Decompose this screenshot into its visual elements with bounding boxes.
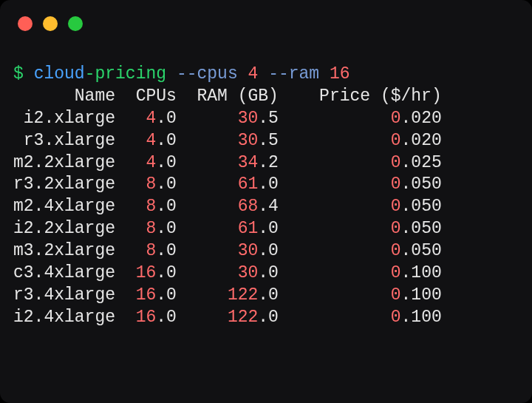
cell-cpus: 16.0 — [136, 308, 177, 327]
cell-cpus: 8.0 — [146, 197, 176, 216]
cell-ram: 30.5 — [238, 109, 279, 128]
cell-name: m3.2xlarge — [13, 241, 115, 260]
cell-price: 0.050 — [391, 219, 442, 238]
table-header-row: Name CPUs RAM (GB) Price ($/hr) — [13, 86, 519, 108]
prompt-symbol: $ — [13, 64, 24, 84]
command-arg-value: 4 — [248, 64, 259, 84]
cell-ram: 61.0 — [238, 175, 279, 194]
cell-name: r3.4xlarge — [13, 285, 115, 305]
command-name: cloud-pricing — [34, 64, 166, 84]
col-header-price: Price ($/hr) — [279, 87, 442, 106]
command-arg-value: 16 — [330, 64, 350, 84]
table-row: i2.xlarge 4.0 30.5 0.020 — [13, 108, 519, 130]
window-traffic-lights — [18, 16, 83, 31]
cell-price: 0.100 — [391, 285, 442, 305]
cell-ram: 30.0 — [238, 263, 279, 282]
table-row: m2.4xlarge 8.0 68.4 0.050 — [13, 196, 519, 218]
col-header-name: Name — [13, 87, 115, 106]
cell-name: i2.xlarge — [13, 109, 115, 128]
terminal-window: $ cloud-pricing --cpus 4 --ram 16 Name C… — [0, 0, 532, 403]
cell-name: i2.4xlarge — [13, 308, 115, 327]
cell-name: m2.4xlarge — [13, 197, 115, 216]
cell-name: c3.4xlarge — [13, 263, 115, 282]
cell-name: r3.xlarge — [13, 131, 115, 150]
cell-price: 0.020 — [391, 109, 442, 128]
table-row: m2.2xlarge 4.0 34.2 0.025 — [13, 152, 519, 175]
cell-price: 0.025 — [391, 153, 442, 172]
cell-price: 0.050 — [391, 197, 442, 216]
cell-cpus: 4.0 — [146, 109, 176, 128]
cell-ram: 34.2 — [238, 153, 279, 172]
cell-cpus: 16.0 — [136, 285, 177, 305]
cell-price: 0.100 — [391, 308, 442, 327]
cell-name: m2.2xlarge — [13, 153, 115, 172]
cell-name: i2.2xlarge — [13, 219, 115, 238]
terminal-output: $ cloud-pricing --cpus 4 --ram 16 Name C… — [13, 64, 519, 329]
table-row: i2.4xlarge 16.0 122.0 0.100 — [13, 307, 519, 329]
table-row: c3.4xlarge 16.0 30.0 0.100 — [13, 263, 519, 285]
cell-ram: 122.0 — [228, 308, 279, 327]
cell-cpus: 8.0 — [146, 241, 176, 260]
table-row: m3.2xlarge 8.0 30.0 0.050 — [13, 240, 519, 263]
cell-ram: 68.4 — [238, 197, 279, 216]
prompt-line[interactable]: $ cloud-pricing --cpus 4 --ram 16 — [13, 64, 519, 86]
table-row: r3.4xlarge 16.0 122.0 0.100 — [13, 285, 519, 307]
cell-ram: 30.5 — [238, 131, 279, 150]
cell-cpus: 8.0 — [146, 219, 176, 238]
cell-cpus: 4.0 — [146, 131, 176, 150]
table-row: r3.2xlarge 8.0 61.0 0.050 — [13, 174, 519, 196]
table-row: r3.xlarge 4.0 30.5 0.020 — [13, 130, 519, 152]
window-minimize-button[interactable] — [43, 16, 58, 31]
cell-price: 0.050 — [391, 241, 442, 260]
command-flag: --ram — [268, 64, 319, 84]
window-close-button[interactable] — [18, 16, 33, 31]
cell-price: 0.020 — [391, 131, 442, 150]
cell-cpus: 16.0 — [136, 263, 177, 282]
cell-cpus: 8.0 — [146, 175, 176, 194]
cell-name: r3.2xlarge — [13, 175, 115, 194]
col-header-ram: RAM (GB) — [177, 87, 279, 106]
cell-price: 0.050 — [391, 175, 442, 194]
table-row: i2.2xlarge 8.0 61.0 0.050 — [13, 218, 519, 240]
cell-ram: 122.0 — [228, 285, 279, 305]
command-flag: --cpus — [177, 64, 238, 84]
col-header-cpus: CPUs — [115, 87, 177, 106]
cell-ram: 61.0 — [238, 219, 279, 238]
window-zoom-button[interactable] — [68, 16, 83, 31]
cell-cpus: 4.0 — [146, 153, 176, 172]
cell-price: 0.100 — [391, 263, 442, 282]
cell-ram: 30.0 — [238, 241, 279, 260]
